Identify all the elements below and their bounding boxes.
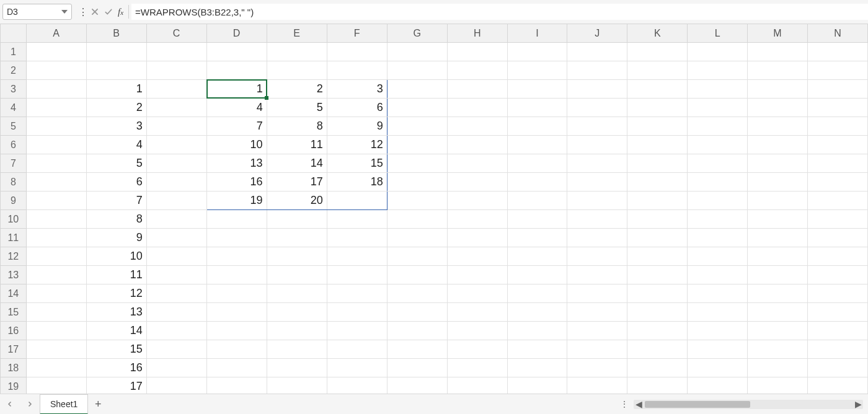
cell[interactable] [206, 303, 267, 322]
cell[interactable] [327, 340, 387, 359]
cell[interactable]: 3 [86, 117, 146, 136]
cell[interactable] [26, 117, 86, 136]
cell[interactable]: 11 [86, 266, 146, 284]
cell[interactable] [507, 229, 567, 247]
cell[interactable] [688, 266, 748, 284]
column-header[interactable]: E [267, 24, 327, 43]
cell[interactable] [146, 192, 206, 210]
cell[interactable] [387, 229, 447, 247]
cell[interactable] [688, 136, 748, 154]
cell[interactable] [447, 136, 507, 154]
row-header[interactable]: 1 [1, 43, 27, 61]
cell[interactable] [507, 377, 567, 395]
cell[interactable] [26, 377, 86, 395]
cell[interactable] [507, 43, 567, 61]
cell[interactable] [387, 192, 447, 210]
cell[interactable] [267, 247, 327, 266]
cell[interactable] [387, 247, 447, 266]
cell[interactable] [748, 192, 808, 210]
cell[interactable] [627, 210, 688, 229]
row-header[interactable]: 17 [1, 340, 27, 359]
cell[interactable]: 11 [267, 136, 327, 154]
cell[interactable] [387, 322, 447, 340]
cell[interactable] [567, 173, 627, 192]
row-header[interactable]: 16 [1, 322, 27, 340]
cell[interactable] [146, 80, 206, 99]
cell[interactable] [507, 322, 567, 340]
cell[interactable] [627, 340, 688, 359]
cell[interactable] [146, 117, 206, 136]
cell[interactable] [146, 322, 206, 340]
cell[interactable] [447, 210, 507, 229]
cell[interactable] [387, 377, 447, 395]
cell[interactable]: 13 [86, 303, 146, 322]
column-header[interactable]: L [688, 24, 748, 43]
cell[interactable] [688, 43, 748, 61]
cell[interactable] [206, 210, 267, 229]
cell[interactable] [567, 61, 627, 80]
cell[interactable] [807, 359, 867, 377]
cell[interactable] [146, 303, 206, 322]
cell[interactable] [688, 192, 748, 210]
cell[interactable] [627, 61, 688, 80]
cell[interactable] [267, 61, 327, 80]
cell[interactable]: 2 [267, 80, 327, 99]
column-header[interactable]: F [327, 24, 387, 43]
cell[interactable] [206, 340, 267, 359]
cell[interactable] [748, 61, 808, 80]
cell[interactable]: 17 [86, 377, 146, 395]
add-sheet-button[interactable]: + [88, 394, 108, 414]
cell[interactable] [807, 99, 867, 117]
cell[interactable] [748, 266, 808, 284]
cell[interactable]: 9 [86, 229, 146, 247]
cell[interactable]: 10 [206, 136, 267, 154]
column-header[interactable]: A [26, 24, 86, 43]
cell[interactable]: 10 [86, 247, 146, 266]
cancel-icon[interactable] [88, 3, 102, 20]
cell[interactable] [146, 154, 206, 173]
cell[interactable] [807, 322, 867, 340]
cell[interactable] [807, 303, 867, 322]
cell[interactable] [327, 284, 387, 303]
cell[interactable] [387, 266, 447, 284]
cell[interactable] [206, 247, 267, 266]
cell[interactable] [447, 61, 507, 80]
cell[interactable] [748, 43, 808, 61]
cell[interactable] [327, 229, 387, 247]
cell[interactable] [507, 266, 567, 284]
cell[interactable] [267, 377, 327, 395]
row-header[interactable]: 3 [1, 80, 27, 99]
cell[interactable]: 6 [86, 173, 146, 192]
cell[interactable] [507, 340, 567, 359]
column-header[interactable]: D [206, 24, 267, 43]
cell[interactable] [447, 359, 507, 377]
cell[interactable] [507, 80, 567, 99]
cell[interactable]: 14 [267, 154, 327, 173]
cell[interactable] [567, 340, 627, 359]
cell[interactable] [146, 266, 206, 284]
cell[interactable] [688, 99, 748, 117]
cell[interactable] [26, 284, 86, 303]
cell[interactable] [26, 322, 86, 340]
cell[interactable]: 18 [327, 173, 387, 192]
cell[interactable] [807, 136, 867, 154]
cell[interactable] [807, 340, 867, 359]
name-box[interactable]: D3 [2, 4, 72, 20]
cell[interactable] [267, 340, 327, 359]
cell[interactable] [567, 359, 627, 377]
row-header[interactable]: 12 [1, 247, 27, 266]
cell[interactable] [206, 377, 267, 395]
cell[interactable] [26, 61, 86, 80]
cell[interactable] [447, 80, 507, 99]
cell[interactable] [267, 322, 327, 340]
cell[interactable] [507, 210, 567, 229]
cell[interactable] [26, 303, 86, 322]
cell[interactable] [146, 173, 206, 192]
cell[interactable] [146, 61, 206, 80]
cell[interactable] [627, 43, 688, 61]
cell[interactable]: 12 [327, 136, 387, 154]
cell[interactable]: 4 [206, 99, 267, 117]
column-header[interactable]: K [627, 24, 688, 43]
cell[interactable] [206, 359, 267, 377]
cell[interactable] [807, 173, 867, 192]
